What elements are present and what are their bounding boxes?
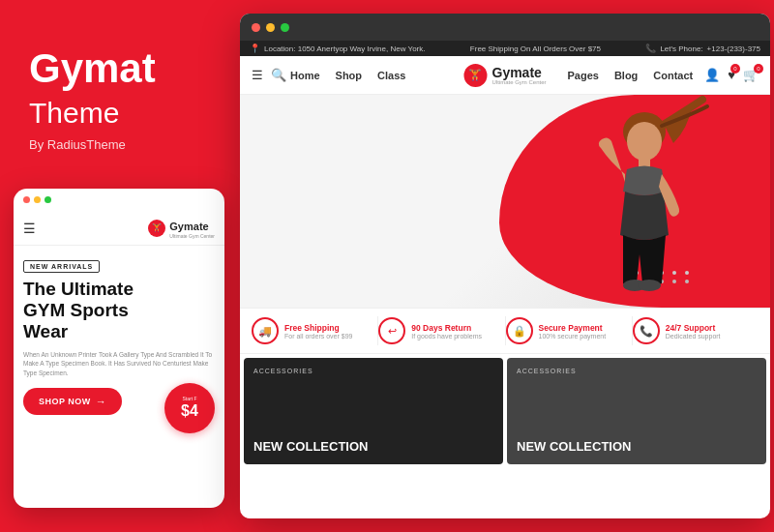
info-location: 📍 Location: 1050 Anertyop Way Irvine, Ne… bbox=[250, 44, 425, 53]
shop-now-label: SHOP NOW bbox=[39, 397, 91, 406]
features-bar: 🚚 Free Shipping For all orders over $99 … bbox=[240, 308, 770, 354]
desktop-nav: ☰ 🔍 Home Shop Class 🏋 Gymate Ultimate Gy… bbox=[240, 56, 770, 95]
mobile-headline: The Ultimate GYM Sports Wear bbox=[23, 279, 215, 342]
nav-logo-sub: Ultimate Gym Center bbox=[491, 79, 546, 85]
mobile-dot-yellow bbox=[34, 196, 41, 203]
shipping-text-area: Free Shipping For all orders over $99 bbox=[284, 323, 352, 340]
brand-name: Gymat bbox=[29, 48, 156, 89]
brand-by: By RadiusTheme bbox=[29, 137, 126, 152]
nav-right: Pages Blog Contact 👤 ♥ 0 🛒 0 bbox=[567, 68, 759, 82]
returns-text-area: 90 Days Return If goods have problems bbox=[411, 323, 482, 340]
feature-returns: ↩ 90 Days Return If goods have problems bbox=[378, 317, 504, 344]
desktop-browser-bar bbox=[240, 14, 770, 41]
mobile-logo-text-area: Gymate Ultimate Gym Center bbox=[169, 217, 215, 239]
returns-icon: ↩ bbox=[378, 317, 405, 344]
mobile-mockup: ☰ 🏋 Gymate Ultimate Gym Center NEW ARRIV… bbox=[14, 189, 224, 508]
mobile-logo-sub: Ultimate Gym Center bbox=[169, 234, 215, 239]
nav-blog[interactable]: Blog bbox=[614, 70, 638, 81]
nav-logo-icon: 🏋 bbox=[463, 64, 487, 87]
feature-shipping: 🚚 Free Shipping For all orders over $99 bbox=[252, 317, 377, 344]
cart-badge: 0 bbox=[754, 64, 763, 74]
browser-dot-yellow bbox=[266, 23, 275, 32]
mobile-dot-red bbox=[23, 196, 30, 203]
brand-subtitle: Theme bbox=[29, 97, 119, 130]
headline-line1: The Ultimate bbox=[23, 279, 134, 299]
shipping-sub: For all orders over $99 bbox=[284, 333, 352, 340]
mobile-nav: ☰ 🏋 Gymate Ultimate Gym Center bbox=[14, 211, 224, 246]
nav-menu-icon[interactable]: ☰ bbox=[252, 68, 263, 82]
top-info-bar: 📍 Location: 1050 Anertyop Way Irvine, Ne… bbox=[240, 41, 770, 56]
product-card-1[interactable]: ACCESSORIES NEW COLLECTION bbox=[244, 358, 503, 464]
headline-line3: Wear bbox=[23, 321, 68, 341]
nav-logo-name: Gymate bbox=[491, 66, 546, 79]
shipping-title: Free Shipping bbox=[284, 323, 352, 333]
browser-dot-red bbox=[252, 23, 260, 32]
returns-sub: If goods have problems bbox=[411, 333, 482, 340]
arrow-icon: → bbox=[96, 396, 107, 407]
product-card-2[interactable]: ACCESSORIES NEW COLLECTION bbox=[507, 358, 766, 464]
mobile-content: NEW ARRIVALS The Ultimate GYM Sports Wea… bbox=[14, 246, 224, 425]
browser-dot-green bbox=[281, 23, 289, 32]
payment-icon: 🔒 bbox=[506, 317, 533, 344]
shipping-icon: 🚚 bbox=[252, 317, 279, 344]
support-title: 24/7 Support bbox=[666, 323, 721, 333]
mobile-logo-icon: 🏋 bbox=[148, 220, 165, 237]
phone-number: +123-(233)-375 bbox=[707, 44, 760, 53]
nav-shop[interactable]: Shop bbox=[336, 70, 363, 81]
nav-class[interactable]: Class bbox=[377, 70, 405, 81]
nav-pages[interactable]: Pages bbox=[567, 70, 598, 81]
nav-links-left: Home Shop Class bbox=[290, 70, 405, 81]
hamburger-icon[interactable]: ☰ bbox=[23, 221, 36, 236]
mobile-top-bar bbox=[14, 189, 224, 211]
nav-contact[interactable]: Contact bbox=[653, 70, 693, 81]
phone-label: Let's Phone: bbox=[660, 44, 702, 53]
location-text: Location: 1050 Anertyop Way Irvine, New … bbox=[264, 44, 425, 53]
nav-wishlist-icon[interactable]: ♥ 0 bbox=[728, 68, 735, 82]
left-panel: Gymat Theme By RadiusTheme ☰ 🏋 Gymate Ul… bbox=[0, 0, 237, 532]
svg-point-1 bbox=[627, 122, 662, 161]
hero-section bbox=[240, 95, 770, 308]
product-2-category: ACCESSORIES bbox=[517, 368, 577, 374]
payment-sub: 100% secure payment bbox=[539, 333, 607, 340]
nav-left-icons: ☰ 🔍 bbox=[252, 68, 286, 82]
nav-logo: 🏋 Gymate Ultimate Gym Center bbox=[463, 64, 546, 87]
shipping-text: Free Shipping On All Orders Over $75 bbox=[470, 44, 601, 53]
nav-logo-text-area: Gymate Ultimate Gym Center bbox=[491, 66, 546, 85]
payment-title: Secure Payment bbox=[539, 323, 607, 333]
feature-support: 📞 24/7 Support Dedicated support bbox=[633, 317, 759, 344]
info-shipping: Free Shipping On All Orders Over $75 bbox=[470, 44, 601, 53]
mobile-logo-name: Gymate bbox=[169, 221, 208, 232]
nav-links-right: Pages Blog Contact bbox=[567, 70, 693, 81]
mobile-cta-area: SHOP NOW → Start F $4 bbox=[23, 388, 215, 415]
nav-search-icon[interactable]: 🔍 bbox=[271, 68, 286, 82]
nav-action-icons: 👤 ♥ 0 🛒 0 bbox=[704, 68, 759, 82]
location-icon: 📍 bbox=[250, 44, 260, 53]
support-sub: Dedicated support bbox=[666, 333, 721, 340]
svg-point-4 bbox=[638, 280, 661, 291]
payment-text-area: Secure Payment 100% secure payment bbox=[539, 323, 607, 340]
returns-title: 90 Days Return bbox=[411, 323, 482, 333]
mobile-logo: 🏋 Gymate Ultimate Gym Center bbox=[148, 217, 215, 239]
hero-athlete-image bbox=[548, 95, 741, 308]
mobile-description: When An Unknown Printer Took A Gallery T… bbox=[23, 350, 215, 378]
nav-home[interactable]: Home bbox=[290, 70, 320, 81]
price-bubble: Start F $4 bbox=[164, 383, 215, 433]
mobile-dot-green bbox=[45, 196, 51, 203]
wishlist-badge: 0 bbox=[730, 64, 740, 74]
product-1-category: ACCESSORIES bbox=[253, 368, 313, 374]
support-icon: 📞 bbox=[633, 317, 660, 344]
desktop-mockup: 📍 Location: 1050 Anertyop Way Irvine, Ne… bbox=[240, 14, 770, 518]
product-1-title: NEW COLLECTION bbox=[253, 439, 368, 455]
feature-payment: 🔒 Secure Payment 100% secure payment bbox=[506, 317, 632, 344]
products-row: ACCESSORIES NEW COLLECTION ACCESSORIES N… bbox=[240, 354, 770, 468]
phone-icon: 📞 bbox=[645, 44, 656, 53]
headline-line2: GYM Sports bbox=[23, 300, 129, 320]
shop-now-button[interactable]: SHOP NOW → bbox=[23, 388, 122, 415]
info-phone: 📞 Let's Phone: +123-(233)-375 bbox=[645, 44, 760, 53]
nav-cart-icon[interactable]: 🛒 0 bbox=[743, 68, 759, 82]
nav-user-icon[interactable]: 👤 bbox=[704, 68, 720, 82]
support-text-area: 24/7 Support Dedicated support bbox=[666, 323, 721, 340]
product-2-title: NEW COLLECTION bbox=[517, 439, 631, 455]
price-value: $4 bbox=[181, 402, 198, 420]
new-arrivals-badge: NEW ARRIVALS bbox=[23, 260, 100, 273]
